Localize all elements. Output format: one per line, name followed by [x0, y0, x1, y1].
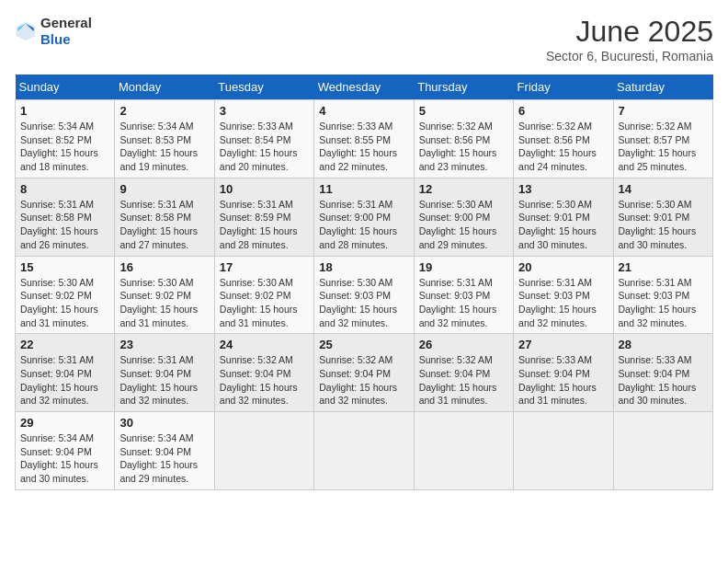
- calendar-cell: 12Sunrise: 5:30 AM Sunset: 9:00 PM Dayli…: [414, 178, 513, 256]
- calendar-cell: 25Sunrise: 5:32 AM Sunset: 9:04 PM Dayli…: [314, 334, 414, 412]
- day-info: Sunrise: 5:32 AM Sunset: 9:04 PM Dayligh…: [220, 353, 309, 408]
- calendar-cell: 21Sunrise: 5:31 AM Sunset: 9:03 PM Dayli…: [613, 256, 712, 334]
- weekday-header-row: SundayMondayTuesdayWednesdayThursdayFrid…: [16, 75, 713, 100]
- day-number: 28: [619, 338, 708, 351]
- weekday-header-thursday: Thursday: [414, 75, 513, 100]
- day-number: 20: [518, 260, 608, 274]
- day-number: 19: [419, 260, 508, 274]
- calendar-cell: [214, 412, 313, 490]
- calendar-cell: 4Sunrise: 5:33 AM Sunset: 8:55 PM Daylig…: [314, 100, 414, 178]
- day-number: 13: [518, 182, 608, 196]
- calendar-cell: 17Sunrise: 5:30 AM Sunset: 9:02 PM Dayli…: [214, 256, 313, 334]
- day-number: 8: [20, 182, 109, 196]
- calendar-cell: 18Sunrise: 5:30 AM Sunset: 9:03 PM Dayli…: [314, 256, 414, 334]
- day-info: Sunrise: 5:30 AM Sunset: 9:03 PM Dayligh…: [319, 276, 408, 330]
- day-info: Sunrise: 5:30 AM Sunset: 9:01 PM Dayligh…: [518, 198, 608, 252]
- calendar-cell: 9Sunrise: 5:31 AM Sunset: 8:58 PM Daylig…: [115, 178, 214, 256]
- calendar-cell: [613, 412, 712, 490]
- day-info: Sunrise: 5:30 AM Sunset: 9:01 PM Dayligh…: [619, 198, 708, 252]
- calendar-week-4: 22Sunrise: 5:31 AM Sunset: 9:04 PM Dayli…: [16, 334, 713, 412]
- day-number: 1: [20, 104, 109, 118]
- day-info: Sunrise: 5:32 AM Sunset: 8:57 PM Dayligh…: [619, 120, 708, 174]
- day-number: 16: [119, 260, 209, 274]
- calendar-body: 1Sunrise: 5:34 AM Sunset: 8:52 PM Daylig…: [16, 100, 713, 490]
- day-number: 15: [20, 260, 109, 274]
- calendar-cell: 20Sunrise: 5:31 AM Sunset: 9:03 PM Dayli…: [514, 256, 613, 334]
- calendar-cell: 27Sunrise: 5:33 AM Sunset: 9:04 PM Dayli…: [514, 334, 613, 412]
- calendar-cell: 24Sunrise: 5:32 AM Sunset: 9:04 PM Dayli…: [214, 334, 313, 412]
- day-info: Sunrise: 5:34 AM Sunset: 9:04 PM Dayligh…: [20, 431, 109, 486]
- day-info: Sunrise: 5:34 AM Sunset: 8:52 PM Dayligh…: [20, 120, 109, 174]
- day-info: Sunrise: 5:31 AM Sunset: 9:03 PM Dayligh…: [518, 276, 608, 330]
- calendar-week-2: 8Sunrise: 5:31 AM Sunset: 8:58 PM Daylig…: [16, 178, 713, 256]
- calendar-cell: 11Sunrise: 5:31 AM Sunset: 9:00 PM Dayli…: [314, 178, 414, 256]
- calendar-cell: 2Sunrise: 5:34 AM Sunset: 8:53 PM Daylig…: [115, 100, 214, 178]
- calendar-cell: 13Sunrise: 5:30 AM Sunset: 9:01 PM Dayli…: [514, 178, 613, 256]
- day-info: Sunrise: 5:33 AM Sunset: 9:04 PM Dayligh…: [518, 353, 608, 408]
- day-number: 10: [220, 182, 309, 196]
- day-info: Sunrise: 5:31 AM Sunset: 8:58 PM Dayligh…: [20, 198, 109, 252]
- calendar-cell: 26Sunrise: 5:32 AM Sunset: 9:04 PM Dayli…: [414, 334, 513, 412]
- calendar-cell: 19Sunrise: 5:31 AM Sunset: 9:03 PM Dayli…: [414, 256, 513, 334]
- calendar-cell: 22Sunrise: 5:31 AM Sunset: 9:04 PM Dayli…: [16, 334, 115, 412]
- day-number: 24: [220, 338, 309, 351]
- day-info: Sunrise: 5:33 AM Sunset: 8:54 PM Dayligh…: [220, 120, 309, 174]
- day-info: Sunrise: 5:33 AM Sunset: 8:55 PM Dayligh…: [319, 120, 408, 174]
- weekday-header-wednesday: Wednesday: [314, 75, 414, 100]
- svg-marker-0: [17, 22, 36, 41]
- day-number: 18: [319, 260, 408, 274]
- day-info: Sunrise: 5:33 AM Sunset: 9:04 PM Dayligh…: [619, 353, 708, 408]
- calendar-cell: [314, 412, 414, 490]
- weekday-header-tuesday: Tuesday: [214, 75, 313, 100]
- day-info: Sunrise: 5:31 AM Sunset: 8:58 PM Dayligh…: [119, 198, 209, 252]
- logo: General Blue: [15, 15, 92, 48]
- day-number: 29: [20, 416, 109, 430]
- header: General Blue June 2025 Sector 6, Bucures…: [15, 15, 713, 63]
- calendar-cell: 15Sunrise: 5:30 AM Sunset: 9:02 PM Dayli…: [16, 256, 115, 334]
- day-info: Sunrise: 5:32 AM Sunset: 9:04 PM Dayligh…: [319, 353, 408, 408]
- calendar-cell: [414, 412, 513, 490]
- calendar-week-5: 29Sunrise: 5:34 AM Sunset: 9:04 PM Dayli…: [16, 412, 713, 490]
- day-info: Sunrise: 5:34 AM Sunset: 9:04 PM Dayligh…: [119, 431, 209, 486]
- day-info: Sunrise: 5:30 AM Sunset: 9:02 PM Dayligh…: [220, 276, 309, 330]
- day-number: 26: [419, 338, 508, 351]
- day-info: Sunrise: 5:31 AM Sunset: 9:03 PM Dayligh…: [619, 276, 708, 330]
- day-number: 21: [619, 260, 708, 274]
- calendar-cell: 29Sunrise: 5:34 AM Sunset: 9:04 PM Dayli…: [16, 412, 115, 490]
- day-number: 17: [220, 260, 309, 274]
- day-info: Sunrise: 5:31 AM Sunset: 9:04 PM Dayligh…: [119, 353, 209, 408]
- calendar-cell: 3Sunrise: 5:33 AM Sunset: 8:54 PM Daylig…: [214, 100, 313, 178]
- day-info: Sunrise: 5:31 AM Sunset: 8:59 PM Dayligh…: [220, 198, 309, 252]
- calendar-cell: 1Sunrise: 5:34 AM Sunset: 8:52 PM Daylig…: [16, 100, 115, 178]
- day-info: Sunrise: 5:32 AM Sunset: 8:56 PM Dayligh…: [518, 120, 608, 174]
- day-info: Sunrise: 5:31 AM Sunset: 9:03 PM Dayligh…: [419, 276, 508, 330]
- calendar-cell: 7Sunrise: 5:32 AM Sunset: 8:57 PM Daylig…: [613, 100, 712, 178]
- day-number: 23: [119, 338, 209, 351]
- day-info: Sunrise: 5:30 AM Sunset: 9:02 PM Dayligh…: [20, 276, 109, 330]
- calendar-cell: 28Sunrise: 5:33 AM Sunset: 9:04 PM Dayli…: [613, 334, 712, 412]
- day-info: Sunrise: 5:30 AM Sunset: 9:02 PM Dayligh…: [119, 276, 209, 330]
- calendar-week-1: 1Sunrise: 5:34 AM Sunset: 8:52 PM Daylig…: [16, 100, 713, 178]
- day-number: 14: [619, 182, 708, 196]
- calendar-table: SundayMondayTuesdayWednesdayThursdayFrid…: [15, 75, 713, 490]
- day-number: 25: [319, 338, 408, 351]
- day-number: 11: [319, 182, 408, 196]
- calendar-cell: 5Sunrise: 5:32 AM Sunset: 8:56 PM Daylig…: [414, 100, 513, 178]
- day-number: 2: [119, 104, 209, 118]
- logo-text: General Blue: [40, 15, 92, 48]
- day-number: 5: [419, 104, 508, 118]
- day-info: Sunrise: 5:34 AM Sunset: 8:53 PM Dayligh…: [119, 120, 209, 174]
- calendar-week-3: 15Sunrise: 5:30 AM Sunset: 9:02 PM Dayli…: [16, 256, 713, 334]
- day-info: Sunrise: 5:30 AM Sunset: 9:00 PM Dayligh…: [419, 198, 508, 252]
- calendar-cell: 10Sunrise: 5:31 AM Sunset: 8:59 PM Dayli…: [214, 178, 313, 256]
- calendar-cell: 6Sunrise: 5:32 AM Sunset: 8:56 PM Daylig…: [514, 100, 613, 178]
- calendar-cell: 23Sunrise: 5:31 AM Sunset: 9:04 PM Dayli…: [115, 334, 214, 412]
- calendar-cell: 30Sunrise: 5:34 AM Sunset: 9:04 PM Dayli…: [115, 412, 214, 490]
- calendar-cell: [514, 412, 613, 490]
- calendar-title: June 2025: [546, 15, 713, 49]
- day-number: 22: [20, 338, 109, 351]
- weekday-header-monday: Monday: [115, 75, 214, 100]
- calendar-subtitle: Sector 6, Bucuresti, Romania: [546, 49, 713, 63]
- calendar-cell: 8Sunrise: 5:31 AM Sunset: 8:58 PM Daylig…: [16, 178, 115, 256]
- day-info: Sunrise: 5:31 AM Sunset: 9:00 PM Dayligh…: [319, 198, 408, 252]
